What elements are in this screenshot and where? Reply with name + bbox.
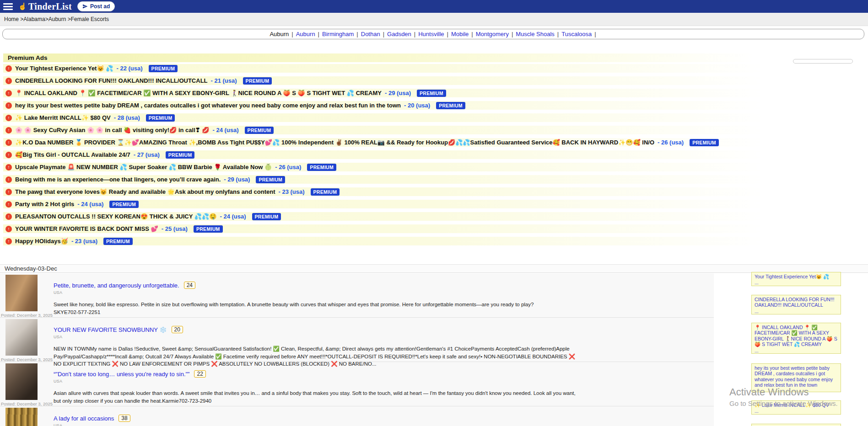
premium-ad-title[interactable]: Happy HOlidays🥳	[15, 238, 68, 245]
premium-ad-title[interactable]: The pawg that everyone loves😺 Ready and …	[15, 188, 275, 195]
premium-ad-title[interactable]: Your Tightest Experience Yet😺 💦	[15, 65, 113, 72]
premium-ad-row[interactable]: ↑ Being with me is an experience—one tha…	[3, 175, 786, 184]
up-arrow-icon: ↑	[5, 102, 12, 109]
premium-badge: PREMIUM	[690, 139, 719, 146]
listing-card[interactable]: Posted: December 3, 2025 YOUR NEW FAVORI…	[0, 318, 714, 362]
country-label: USA	[54, 290, 580, 295]
listing-title-link[interactable]: “"Don't stare too long… unless you're re…	[54, 371, 189, 378]
city-link[interactable]: Auburn	[296, 31, 315, 37]
city-nav-box: Auburn | Auburn | Birmingham | Dothan | …	[2, 29, 864, 39]
premium-badge: PREMIUM	[417, 90, 446, 97]
premium-ad-meta: - 21 (usa)	[211, 77, 237, 84]
country-label: USA	[54, 379, 580, 383]
listing-photo-column: Posted: December 3, 2025	[5, 275, 38, 317]
hamburger-menu-icon[interactable]	[3, 3, 13, 10]
premium-badge: PREMIUM	[109, 201, 139, 208]
premium-ad-title[interactable]: Upscale Playmate 🚨 NEW NUMBER 💦 Super So…	[15, 164, 272, 170]
site-logo[interactable]: ☝ TinderList	[18, 1, 72, 12]
sidebar-ad-text: CINDERELLA LOOKING FOR FUN!!! OAKLAND!!!…	[755, 297, 838, 308]
listing-card[interactable]: A lady for all occasions 38 USA	[0, 406, 714, 426]
premium-ad-title[interactable]: Being with me is an experience—one that …	[15, 176, 221, 183]
premium-ad-row[interactable]: ↑ PLEASANTON OUTCALLS !! SEXY KOREAN😍 TH…	[3, 212, 786, 221]
premium-ad-row[interactable]: ↑ Happy HOlidays🥳 - 23 (usa) PREMIUM	[3, 237, 786, 245]
listing-card[interactable]: Posted: December 3, 2025 “"Don't stare t…	[0, 362, 714, 406]
premium-ad-row[interactable]: ↑ ✨ Lake Merritt INCALL✨ $80 QV - 28 (us…	[3, 113, 786, 122]
premium-badge: PREMIUM	[243, 77, 272, 85]
sidebar-ad[interactable]: 📍 INCALL OAKLAND 📍 ✅ FACETIME/CAR ✅ WITH…	[751, 323, 841, 354]
premium-ad-meta: - 24 (usa)	[77, 201, 103, 208]
city-link[interactable]: Tuscaloosa	[561, 31, 592, 37]
city-link[interactable]: Gadsden	[387, 31, 411, 37]
separator: |	[557, 31, 559, 37]
premium-ad-row[interactable]: ↑ ✨K.O Daa NUMBER 🏅 PROVIDER ⌛✨💕AMAZING …	[3, 138, 786, 147]
up-arrow-icon: ↑	[5, 90, 12, 96]
up-arrow-icon: ↑	[5, 164, 12, 170]
premium-ad-row[interactable]: ↑ Your Tightest Experience Yet😺 💦 - 22 (…	[3, 64, 786, 73]
date-header: Wednesday-03-Dec	[0, 264, 868, 273]
premium-ad-row[interactable]: ↑ 📍 INCALL OAKLAND 📍 ✅ FACETIME/CAR ✅ WI…	[3, 89, 786, 97]
sidebar-ad[interactable]: CINDERELLA LOOKING FOR FUN!!! OAKLAND!!!…	[751, 295, 841, 314]
listing-photo-column: Posted: December 3, 2025	[5, 363, 38, 406]
listing-body: Petite, brunette, and dangerously unforg…	[54, 275, 580, 317]
premium-ad-title[interactable]: Party with 2 Hot girls	[15, 201, 74, 208]
sidebar-ad[interactable]: ✨ Lake Merritt INCALL✨ $80 QV ...	[751, 400, 841, 415]
premium-badge: PREMIUM	[103, 238, 133, 245]
premium-ad-row[interactable]: ↑ Party with 2 Hot girls - 24 (usa) PREM…	[3, 200, 786, 208]
sidebar-ad-text: hey its your best wettes petite baby DRE…	[755, 365, 838, 388]
premium-ad-meta: - 23 (usa)	[278, 188, 304, 195]
listing-title-link[interactable]: Petite, brunette, and dangerously unforg…	[54, 282, 179, 289]
premium-ad-title[interactable]: ✨K.O Daa NUMBER 🏅 PROVIDER ⌛✨💕AMAZING Th…	[15, 139, 654, 146]
country-label: USA	[54, 335, 580, 339]
sidebar-ad[interactable]: hey its your best wettes petite baby DRE…	[751, 363, 841, 392]
city-link[interactable]: Huntsville	[418, 31, 444, 37]
listing-photo[interactable]	[5, 363, 38, 400]
premium-ad-row[interactable]: ↑ hey its your best wettes petite baby D…	[3, 101, 786, 110]
premium-ad-title[interactable]: 🥰Big Tits Girl - OUTCALL Available 24/7	[15, 151, 130, 158]
city-link[interactable]: Birmingham	[322, 31, 354, 37]
up-arrow-icon: ↑	[5, 226, 12, 232]
premium-ad-title[interactable]: hey its your best wettes petite baby DRE…	[15, 102, 401, 109]
premium-ad-row[interactable]: ↑ 🌸 🌸 Sexy CuRvy Asian 🌸 🌸 in call 🍓 vis…	[3, 126, 786, 134]
sidebar-ad[interactable]	[751, 424, 841, 426]
premium-badge: PREMIUM	[245, 127, 274, 134]
premium-badge: PREMIUM	[307, 164, 336, 171]
sidebar-ad[interactable]: Your Tightest Experience Yet😺 💦 ...	[751, 272, 841, 286]
listing-card[interactable]: Posted: December 3, 2025 Petite, brunett…	[0, 273, 714, 318]
post-ad-button[interactable]: Post ad	[77, 1, 115, 11]
premium-ad-title[interactable]: 🌸 🌸 Sexy CuRvy Asian 🌸 🌸 in call 🍓 visit…	[15, 127, 210, 133]
up-arrow-icon: ↑	[5, 139, 12, 146]
premium-badge: PREMIUM	[256, 176, 285, 183]
premium-ad-row[interactable]: ↑ Upscale Playmate 🚨 NEW NUMBER 💦 Super …	[3, 163, 786, 171]
up-arrow-icon: ↑	[5, 201, 12, 208]
city-link[interactable]: Montgomery	[476, 31, 509, 37]
premium-ad-row[interactable]: ↑ YOUR WINTER FAVORITE IS BACK DONT MISS…	[3, 224, 786, 233]
premium-badge: PREMIUM	[194, 225, 223, 233]
listing-title-link[interactable]: YOUR NEW FAVORITE SNOWBUNNY ❄️	[54, 326, 167, 333]
post-ad-label: Post ad	[90, 3, 110, 10]
city-link[interactable]: Muscle Shoals	[516, 31, 555, 37]
listing-photo[interactable]	[5, 275, 38, 311]
separator: |	[356, 31, 358, 37]
city-link[interactable]: Mobile	[451, 31, 469, 37]
premium-ad-title[interactable]: 📍 INCALL OAKLAND 📍 ✅ FACETIME/CAR ✅ WITH…	[15, 90, 382, 96]
premium-ad-meta: - 27 (usa)	[134, 151, 160, 158]
listing-photo[interactable]	[5, 408, 38, 426]
premium-ad-title[interactable]: PLEASANTON OUTCALLS !! SEXY KOREAN😍 THIC…	[15, 213, 216, 220]
up-arrow-icon: ↑	[5, 78, 12, 84]
separator: |	[318, 31, 319, 37]
listing-title-link[interactable]: A lady for all occasions	[54, 415, 114, 422]
premium-badge: PREMIUM	[252, 213, 281, 220]
breadcrumb[interactable]: Home >Alabama>Auburn >Female Escorts	[4, 16, 109, 22]
premium-ad-meta: - 26 (usa)	[658, 139, 684, 146]
city-link[interactable]: Dothan	[361, 31, 380, 37]
premium-ad-row[interactable]: ↑ The pawg that everyone loves😺 Ready an…	[3, 187, 786, 196]
premium-ad-title[interactable]: YOUR WINTER FAVORITE IS BACK DONT MISS 💕	[15, 225, 158, 232]
premium-ad-title[interactable]: CINDERELLA LOOKING FOR FUN!!! OAKLAND!!!…	[15, 77, 208, 84]
premium-ad-row[interactable]: ↑ CINDERELLA LOOKING FOR FUN!!! OAKLAND!…	[3, 76, 786, 85]
brand-name: TinderList	[28, 1, 72, 12]
premium-ad-row[interactable]: ↑ 🥰Big Tits Girl - OUTCALL Available 24/…	[3, 150, 786, 159]
listing-photo[interactable]	[5, 319, 38, 356]
premium-ad-title[interactable]: ✨ Lake Merritt INCALL✨ $80 QV	[15, 114, 111, 121]
posted-date: Posted: December 3, 2025	[1, 357, 38, 362]
premium-ad-meta: - 29 (usa)	[224, 176, 250, 183]
